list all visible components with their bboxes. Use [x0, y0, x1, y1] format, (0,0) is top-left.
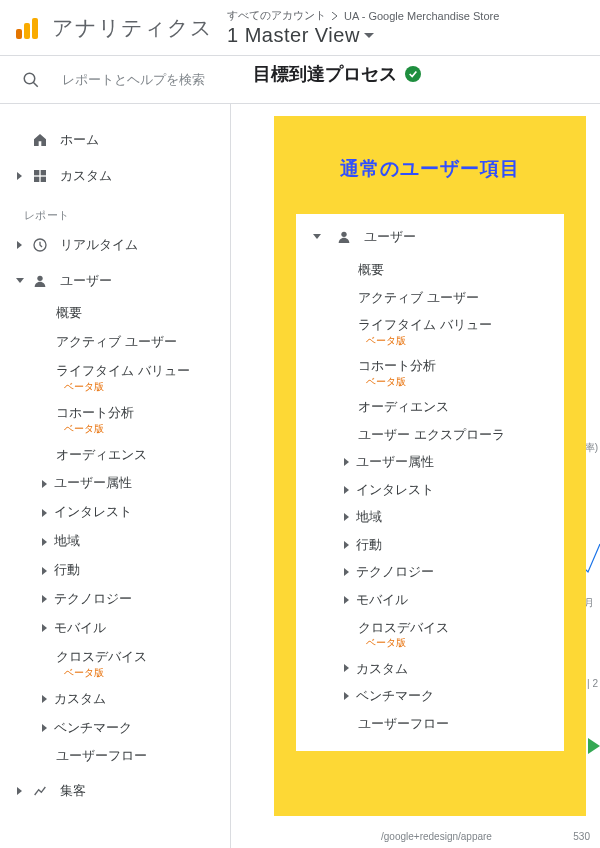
user-icon [28, 273, 52, 289]
bg-text: 率) [585, 441, 598, 455]
overlay-sub-behavior[interactable]: 行動 [344, 531, 550, 559]
overlay-sub-userflow[interactable]: ユーザーフロー [358, 710, 550, 738]
caret-right-icon [42, 724, 48, 732]
caret-right-icon [344, 513, 350, 521]
verified-badge-icon [405, 66, 421, 82]
sidebar-sub-cohort[interactable]: コホート分析 ベータ版 [56, 399, 220, 441]
sidebar-sub-ltv[interactable]: ライフタイム バリュー ベータ版 [56, 357, 220, 399]
caret-right-icon [42, 480, 48, 488]
svg-rect-2 [34, 170, 39, 175]
sidebar-item-realtime[interactable]: リアルタイム [0, 227, 230, 263]
sidebar: ホーム カスタム レポート リアルタイム [0, 104, 231, 848]
clock-icon [28, 237, 52, 253]
sidebar-sub-audiences[interactable]: オーディエンス [56, 441, 220, 470]
sidebar-sub-custom[interactable]: カスタム [42, 685, 220, 714]
page-title: 目標到達プロセス [253, 62, 397, 86]
sidebar-sub-crossdevice[interactable]: クロスデバイス ベータ版 [56, 643, 220, 685]
view-name: 1 Master View [227, 24, 360, 47]
bg-text: | 2 [587, 678, 598, 689]
caret-right-icon [12, 787, 28, 795]
overlay-sub-cohort[interactable]: コホート分析 ベータ版 [358, 352, 550, 393]
overlay-sub-explorer[interactable]: ユーザー エクスプローラ [358, 421, 550, 449]
sidebar-sub-benchmark[interactable]: ベンチマーク [42, 714, 220, 743]
dashboard-icon [28, 168, 52, 184]
overlay-sub-geo[interactable]: 地域 [344, 503, 550, 531]
caret-down-icon [310, 234, 324, 240]
chevron-down-icon[interactable] [364, 33, 374, 39]
caret-right-icon [344, 692, 350, 700]
comparison-overlay: 通常のユーザー項目 ユーザー 概要 アクティブ ユーザー ライフタイム バリュー [274, 116, 586, 816]
play-icon [588, 738, 600, 754]
caret-right-icon [42, 624, 48, 632]
overlay-sub-custom[interactable]: カスタム [344, 655, 550, 683]
sidebar-sub-overview[interactable]: 概要 [56, 299, 220, 328]
sidebar-item-custom[interactable]: カスタム [0, 158, 230, 194]
overlay-card: ユーザー 概要 アクティブ ユーザー ライフタイム バリュー ベータ版 コホート… [296, 214, 564, 751]
product-name: アナリティクス [52, 14, 213, 42]
app-header: アナリティクス すべてのアカウント UA - Google Merchandis… [0, 0, 600, 56]
overlay-sub-overview[interactable]: 概要 [358, 256, 550, 284]
sidebar-sub-demographics[interactable]: ユーザー属性 [42, 469, 220, 498]
overlay-sub-technology[interactable]: テクノロジー [344, 558, 550, 586]
caret-right-icon [344, 486, 350, 494]
overlay-sub-audiences[interactable]: オーディエンス [358, 393, 550, 421]
caret-right-icon [12, 172, 28, 180]
sidebar-sub-geo[interactable]: 地域 [42, 527, 220, 556]
overlay-sub-interests[interactable]: インタレスト [344, 476, 550, 504]
overlay-users-header[interactable]: ユーザー [310, 224, 550, 256]
svg-rect-4 [34, 177, 39, 182]
sidebar-users-sub: 概要 アクティブ ユーザー ライフタイム バリュー ベータ版 コホート分析 ベー… [0, 299, 230, 771]
svg-line-1 [33, 82, 38, 87]
overlay-sub-demographics[interactable]: ユーザー属性 [344, 448, 550, 476]
sidebar-sub-active[interactable]: アクティブ ユーザー [56, 328, 220, 357]
overlay-sub-ltv[interactable]: ライフタイム バリュー ベータ版 [358, 311, 550, 352]
sidebar-sub-technology[interactable]: テクノロジー [42, 585, 220, 614]
caret-right-icon [42, 595, 48, 603]
user-icon [332, 229, 356, 245]
sidebar-sub-interests[interactable]: インタレスト [42, 498, 220, 527]
home-icon [28, 132, 52, 148]
caret-right-icon [344, 568, 350, 576]
caret-right-icon [42, 695, 48, 703]
sidebar-item-acquisition[interactable]: 集客 [0, 771, 230, 807]
acquisition-icon [28, 783, 52, 799]
sidebar-item-home[interactable]: ホーム [0, 122, 230, 158]
caret-right-icon [344, 664, 350, 672]
svg-point-7 [37, 276, 42, 281]
sidebar-section-reports: レポート [0, 194, 230, 227]
search-placeholder: レポートとヘルプを検索 [62, 71, 205, 89]
sidebar-item-users[interactable]: ユーザー [0, 263, 230, 299]
sidebar-sub-mobile[interactable]: モバイル [42, 614, 220, 643]
search-icon [22, 71, 40, 89]
overlay-sub-crossdevice[interactable]: クロスデバイス ベータ版 [358, 614, 550, 655]
overlay-sub-active[interactable]: アクティブ ユーザー [358, 284, 550, 312]
svg-point-8 [341, 232, 346, 237]
caret-right-icon [42, 509, 48, 517]
caret-right-icon [42, 567, 48, 575]
sidebar-sub-behavior[interactable]: 行動 [42, 556, 220, 585]
caret-down-icon [12, 278, 28, 284]
svg-point-0 [24, 73, 35, 84]
bg-text: 530 [573, 831, 590, 842]
bg-text: /google+redesign/appare [381, 831, 492, 842]
crumb-account[interactable]: UA - Google Merchandise Store [344, 10, 499, 22]
caret-right-icon [12, 241, 28, 249]
sidebar-sub-userflow[interactable]: ユーザーフロー [56, 742, 220, 771]
overlay-title: 通常のユーザー項目 [296, 134, 564, 214]
crumb-all-accounts[interactable]: すべてのアカウント [227, 8, 326, 23]
caret-right-icon [344, 458, 350, 466]
overlay-sub-mobile[interactable]: モバイル [344, 586, 550, 614]
main-area: 目標到達プロセス 率) 7月 | 2 /google+redesign/appa… [231, 104, 600, 848]
chevron-right-icon [332, 12, 338, 20]
svg-rect-5 [41, 177, 46, 182]
breadcrumb[interactable]: すべてのアカウント UA - Google Merchandise Store … [227, 8, 499, 47]
ga-logo-icon [16, 17, 38, 39]
svg-rect-3 [41, 170, 46, 175]
caret-right-icon [344, 541, 350, 549]
caret-right-icon [344, 596, 350, 604]
caret-right-icon [42, 538, 48, 546]
overlay-sub-benchmark[interactable]: ベンチマーク [344, 682, 550, 710]
